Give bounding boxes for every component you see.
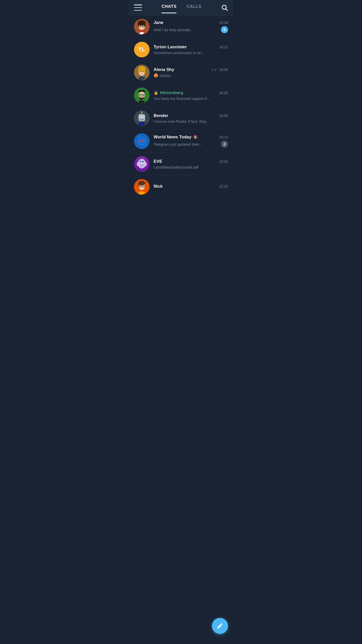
edit-icon bbox=[216, 622, 223, 629]
avatar-nick bbox=[134, 179, 150, 195]
app-header: CHATS CALLS bbox=[129, 0, 233, 15]
chat-preview-eve: LaserBlastSafetyGuide.pdf bbox=[154, 165, 228, 169]
chat-content-nick: Nick 12:22 bbox=[154, 184, 228, 190]
svg-point-29 bbox=[143, 116, 144, 117]
chat-preview-bender: I looove new Pixels! If fact, they... bbox=[154, 119, 228, 124]
chat-content-eve: EVE 12:54 LaserBlastSafetyGuide.pdf bbox=[154, 159, 228, 169]
chat-item-heisenberg[interactable]: 🔒 Heisenberg 18:32 You have my financial… bbox=[129, 84, 233, 107]
chat-name-jane: Jane bbox=[154, 20, 163, 25]
chat-item-alena[interactable]: Alena Shy ✓✓ 19:30 😍 Sticker bbox=[129, 61, 233, 84]
avatar-heisenberg bbox=[134, 88, 150, 103]
svg-point-51 bbox=[134, 156, 150, 172]
svg-rect-22 bbox=[143, 94, 145, 96]
chat-name-eve: EVE bbox=[154, 159, 162, 164]
chat-item-eve[interactable]: EVE 12:54 LaserBlastSafetyGuide.pdf bbox=[129, 153, 233, 176]
chat-item-bender[interactable]: Bender 16:30 I looove new Pixels! If fac… bbox=[129, 107, 233, 130]
chat-time-jane: 15:34 bbox=[219, 21, 228, 25]
search-icon[interactable] bbox=[221, 4, 228, 11]
chat-preview-heisenberg: You have my financial support if... bbox=[154, 96, 228, 101]
svg-line-1 bbox=[226, 9, 227, 10]
tab-bar: CHATS CALLS bbox=[142, 4, 221, 11]
svg-rect-21 bbox=[139, 94, 141, 96]
chat-time-bender: 16:30 bbox=[219, 114, 228, 118]
avatar-worldnews: WNT bbox=[134, 133, 150, 149]
tab-calls[interactable]: CALLS bbox=[187, 4, 201, 11]
chat-content-tyrion: Tyrion Lannister 18:12 Sometimes possess… bbox=[154, 45, 228, 55]
avatar-tyrion: TL bbox=[134, 42, 150, 57]
svg-rect-13 bbox=[138, 69, 140, 73]
chat-list: Jane 15:34 Well I do help animals. 5 TL … bbox=[129, 15, 233, 197]
chat-time-nick: 12:22 bbox=[219, 184, 228, 188]
compose-button[interactable] bbox=[212, 618, 228, 634]
chat-time-tyrion: 18:12 bbox=[219, 45, 228, 49]
chat-preview-jane: Well I do help animals. bbox=[154, 28, 192, 32]
chat-content-jane: Jane 15:34 Well I do help animals. 5 bbox=[154, 20, 228, 33]
chat-time-eve: 12:54 bbox=[219, 159, 228, 164]
svg-rect-14 bbox=[144, 69, 145, 73]
svg-text:WNT: WNT bbox=[139, 140, 145, 143]
chat-name-nick: Nick bbox=[154, 184, 163, 189]
chat-item-worldnews[interactable]: WNT World News Today 🔇 15:12 Telegram ju… bbox=[129, 130, 233, 153]
svg-point-54 bbox=[138, 181, 145, 185]
mute-icon-worldnews: 🔇 bbox=[193, 135, 198, 139]
chat-content-bender: Bender 16:30 I looove new Pixels! If fac… bbox=[154, 113, 228, 124]
tab-chats[interactable]: CHATS bbox=[162, 4, 177, 11]
svg-point-16 bbox=[143, 71, 144, 72]
svg-point-31 bbox=[141, 111, 143, 113]
chat-name-alena: Alena Shy bbox=[154, 67, 174, 72]
chat-item-tyrion[interactable]: TL Tyrion Lannister 18:12 Sometimes poss… bbox=[129, 38, 233, 61]
svg-point-28 bbox=[140, 116, 141, 117]
avatar-eve bbox=[134, 156, 150, 172]
double-check-icon: ✓✓ bbox=[211, 68, 217, 72]
badge-worldnews: 2 bbox=[221, 141, 228, 148]
chat-content-alena: Alena Shy ✓✓ 19:30 😍 Sticker bbox=[154, 67, 228, 78]
chat-content-worldnews: World News Today 🔇 15:12 Telegram just u… bbox=[154, 135, 228, 148]
chat-time-alena: ✓✓ 19:30 bbox=[211, 68, 228, 72]
chat-item-jane[interactable]: Jane 15:34 Well I do help animals. 5 bbox=[129, 15, 233, 38]
chat-name-worldnews: World News Today 🔇 bbox=[154, 135, 198, 140]
chat-preview-tyrion: Sometimes possession is an... bbox=[154, 51, 228, 55]
badge-jane: 5 bbox=[221, 26, 228, 33]
avatar-bender bbox=[134, 110, 150, 126]
chat-content-heisenberg: 🔒 Heisenberg 18:32 You have my financial… bbox=[154, 90, 228, 101]
avatar-alena bbox=[134, 65, 150, 80]
svg-point-15 bbox=[140, 71, 141, 72]
chat-preview-alena: 😍 Sticker bbox=[154, 73, 228, 78]
avatar-jane bbox=[134, 19, 150, 34]
chat-time-heisenberg: 18:32 bbox=[219, 91, 228, 95]
menu-button[interactable] bbox=[134, 5, 142, 11]
chat-name-tyrion: Tyrion Lannister bbox=[154, 45, 187, 50]
emoji-prefix-alena: 😍 bbox=[154, 73, 158, 78]
chat-preview-worldnews: Telegram just updated their... bbox=[154, 142, 202, 146]
chat-name-heisenberg: 🔒 Heisenberg bbox=[154, 90, 183, 95]
chat-item-nick[interactable]: Nick 12:22 bbox=[129, 176, 233, 197]
chat-time-worldnews: 15:12 bbox=[219, 135, 228, 139]
lock-icon-heisenberg: 🔒 bbox=[154, 91, 158, 95]
chat-name-bender: Bender bbox=[154, 113, 168, 118]
